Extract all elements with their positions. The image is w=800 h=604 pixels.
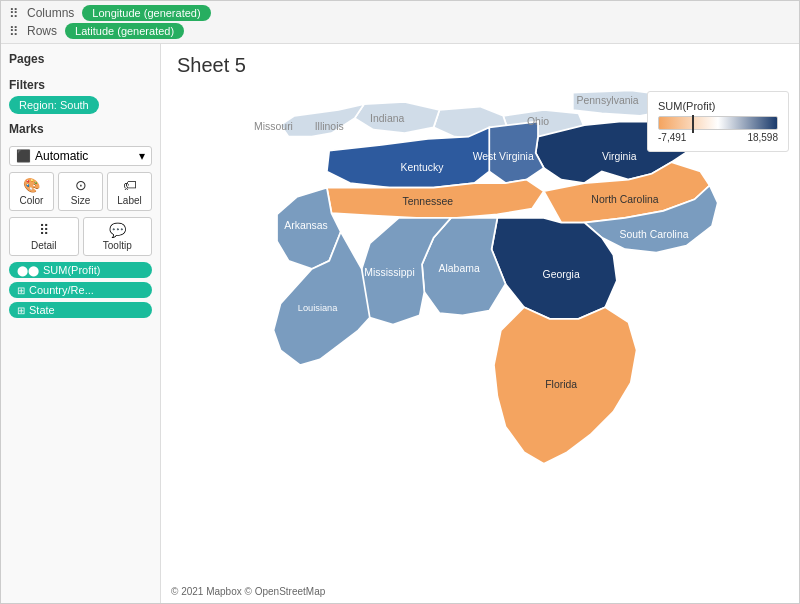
legend: SUM(Profit) -7,491 18,598 bbox=[647, 91, 789, 152]
marks-dropdown-label: Automatic bbox=[35, 149, 88, 163]
marks-title: Marks bbox=[9, 122, 152, 136]
rows-row: ⠿ Rows Latitude (generated) bbox=[9, 23, 791, 39]
detail-button[interactable]: ⠿ Detail bbox=[9, 217, 79, 256]
sheet-title: Sheet 5 bbox=[161, 44, 799, 81]
sum-profit-pill-label: SUM(Profit) bbox=[43, 264, 100, 276]
country-region-pill-icon: ⊞ bbox=[17, 285, 25, 296]
legend-title: SUM(Profit) bbox=[658, 100, 778, 112]
rows-label: Rows bbox=[27, 24, 57, 38]
map-attribution: © 2021 Mapbox © OpenStreetMap bbox=[171, 586, 325, 597]
label-georgia: Georgia bbox=[543, 269, 580, 280]
label-kentucky: Kentucky bbox=[401, 162, 445, 173]
size-button[interactable]: ⊙ Size bbox=[58, 172, 103, 211]
label-sc: South Carolina bbox=[619, 229, 688, 240]
columns-icon: ⠿ bbox=[9, 6, 19, 21]
marks-dropdown-icon: ⬛ bbox=[16, 149, 31, 163]
legend-labels: -7,491 18,598 bbox=[658, 132, 778, 143]
label-pennsylvania: Pennsylvania bbox=[577, 95, 639, 106]
country-region-pill-label: Country/Re... bbox=[29, 284, 94, 296]
detail-label: Detail bbox=[31, 240, 57, 251]
size-label: Size bbox=[71, 195, 90, 206]
pages-title: Pages bbox=[9, 52, 152, 66]
label-arkansas: Arkansas bbox=[284, 220, 328, 231]
state-pill-icon: ⊞ bbox=[17, 305, 25, 316]
tooltip-button[interactable]: 💬 Tooltip bbox=[83, 217, 153, 256]
color-icon: 🎨 bbox=[23, 177, 40, 193]
label-tennessee: Tennessee bbox=[403, 196, 454, 207]
columns-row: ⠿ Columns Longitude (generated) bbox=[9, 5, 791, 21]
label-ohio: Ohio bbox=[527, 116, 549, 127]
label-wv: West Virginia bbox=[473, 151, 534, 162]
columns-pill[interactable]: Longitude (generated) bbox=[82, 5, 210, 21]
map-area: Sheet 5 bbox=[161, 44, 799, 603]
label-label: Label bbox=[117, 195, 141, 206]
legend-gradient bbox=[658, 116, 778, 130]
marks-buttons: 🎨 Color ⊙ Size 🏷 Label bbox=[9, 172, 152, 211]
legend-marker bbox=[692, 115, 694, 133]
pages-section: Pages bbox=[9, 52, 152, 70]
sum-profit-pill[interactable]: ⬤⬤ SUM(Profit) bbox=[9, 262, 152, 278]
columns-label: Columns bbox=[27, 6, 74, 20]
state-pill-label: State bbox=[29, 304, 55, 316]
filter-region-south[interactable]: Region: South bbox=[9, 96, 99, 114]
filters-section: Filters Region: South bbox=[9, 78, 152, 114]
color-label: Color bbox=[20, 195, 44, 206]
marks-dropdown-chevron: ▾ bbox=[139, 149, 145, 163]
map-canvas[interactable]: Virginia West Virginia Kentucky Tennesse… bbox=[161, 81, 799, 603]
state-kentucky bbox=[327, 127, 489, 187]
label-button[interactable]: 🏷 Label bbox=[107, 172, 152, 211]
label-mississippi: Mississippi bbox=[364, 267, 414, 278]
legend-min: -7,491 bbox=[658, 132, 686, 143]
marks-type-dropdown[interactable]: ⬛ Automatic ▾ bbox=[9, 146, 152, 166]
map-svg: Virginia West Virginia Kentucky Tennesse… bbox=[161, 81, 799, 603]
label-florida: Florida bbox=[545, 379, 577, 390]
label-virginia: Virginia bbox=[602, 151, 637, 162]
label-louisiana: Louisiana bbox=[298, 303, 339, 313]
size-icon: ⊙ bbox=[75, 177, 87, 193]
marks-field-pills: ⬤⬤ SUM(Profit) ⊞ Country/Re... ⊞ State bbox=[9, 262, 152, 318]
legend-max: 18,598 bbox=[747, 132, 778, 143]
app-container: ⠿ Columns Longitude (generated) ⠿ Rows L… bbox=[0, 0, 800, 604]
state-pill[interactable]: ⊞ State bbox=[9, 302, 152, 318]
label-indiana: Indiana bbox=[370, 113, 404, 124]
color-button[interactable]: 🎨 Color bbox=[9, 172, 54, 211]
tooltip-label: Tooltip bbox=[103, 240, 132, 251]
filters-title: Filters bbox=[9, 78, 152, 92]
marks-section: Marks ⬛ Automatic ▾ 🎨 Color ⊙ Size bbox=[9, 122, 152, 318]
label-icon: 🏷 bbox=[123, 177, 137, 193]
label-missouri: Missouri bbox=[254, 121, 293, 132]
label-alabama: Alabama bbox=[439, 263, 480, 274]
left-panel: Pages Filters Region: South Marks ⬛ Auto… bbox=[1, 44, 161, 603]
toolbar: ⠿ Columns Longitude (generated) ⠿ Rows L… bbox=[1, 1, 799, 44]
toolbar-rows: ⠿ Columns Longitude (generated) ⠿ Rows L… bbox=[9, 5, 791, 39]
label-nc: North Carolina bbox=[591, 194, 658, 205]
label-illinois: Illinois bbox=[315, 121, 344, 132]
main-content: Pages Filters Region: South Marks ⬛ Auto… bbox=[1, 44, 799, 603]
rows-pill[interactable]: Latitude (generated) bbox=[65, 23, 184, 39]
sum-profit-pill-icon: ⬤⬤ bbox=[17, 265, 39, 276]
marks-buttons2: ⠿ Detail 💬 Tooltip bbox=[9, 217, 152, 256]
detail-icon: ⠿ bbox=[39, 222, 49, 238]
rows-icon: ⠿ bbox=[9, 24, 19, 39]
tooltip-icon: 💬 bbox=[109, 222, 126, 238]
country-region-pill[interactable]: ⊞ Country/Re... bbox=[9, 282, 152, 298]
